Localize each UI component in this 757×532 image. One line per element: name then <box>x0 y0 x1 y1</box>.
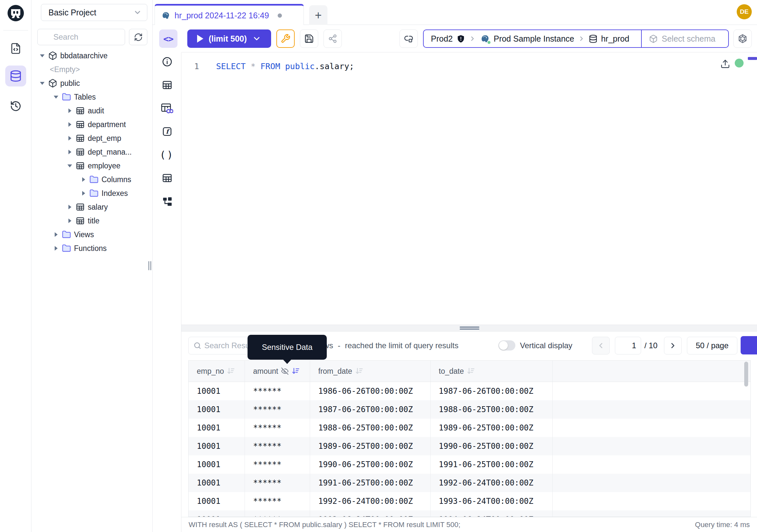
table-scrollbar[interactable] <box>744 362 748 387</box>
tree-item-salary[interactable]: salary <box>31 200 153 214</box>
caret-right-icon[interactable] <box>53 245 59 251</box>
export-button[interactable] <box>741 336 757 355</box>
table-row[interactable]: 10001 ****** 1990-06-25T00:00:00Z 1991-0… <box>189 455 750 474</box>
table-row[interactable]: 10001 ****** 1989-06-25T00:00:00Z 1990-0… <box>189 437 750 455</box>
tree-item-tables[interactable]: Tables <box>31 90 153 104</box>
vertical-display-toggle[interactable] <box>498 340 515 351</box>
editor-side-strip: () <box>153 52 181 532</box>
caret-right-icon[interactable] <box>67 149 73 155</box>
panel-resize-handle[interactable] <box>148 261 152 270</box>
functions-panel-button[interactable] <box>153 122 181 141</box>
external-tables-panel-button[interactable] <box>153 169 181 187</box>
bytebase-logo-icon[interactable] <box>7 5 24 22</box>
column-header-amount[interactable]: amount <box>245 361 310 382</box>
page-size-select[interactable]: 50 / page <box>687 337 737 355</box>
explorer-search-input[interactable] <box>37 29 125 45</box>
instance-status-dot <box>487 40 491 45</box>
divider-grip-icon[interactable] <box>460 327 479 329</box>
caret-right-icon[interactable] <box>80 176 86 182</box>
tree-item-label: Columns <box>102 175 131 184</box>
tree-item-public[interactable]: public <box>31 76 153 90</box>
panel-divider[interactable] <box>181 325 757 331</box>
tooltip-text: Sensitive Data <box>262 343 313 352</box>
connection-breadcrumb[interactable]: Prod2 Prod Sample Instance hr_prod Selec… <box>423 29 729 48</box>
tree-item-bbdataarchive[interactable]: bbdataarchive <box>31 49 153 63</box>
sort-icon-active[interactable] <box>291 367 300 375</box>
info-panel-button[interactable] <box>153 52 181 71</box>
caret-right-icon[interactable] <box>53 232 59 237</box>
openai-icon <box>737 33 748 44</box>
column-header-emp-no[interactable]: emp_no <box>189 361 245 382</box>
caret-right-icon[interactable] <box>67 121 73 127</box>
sql-editor[interactable]: 1 SELECT * FROM public.salary; <box>181 52 757 325</box>
status-bar: WITH result AS ( SELECT * FROM public.sa… <box>181 517 757 532</box>
ai-assistant-button[interactable] <box>733 29 752 48</box>
caret-down-icon[interactable] <box>39 80 45 86</box>
format-sql-button[interactable] <box>276 29 295 48</box>
prev-page-button[interactable] <box>592 337 610 355</box>
caret-right-icon[interactable] <box>67 218 73 224</box>
schema-diagram-button[interactable] <box>153 192 181 210</box>
tree-item-dept-manager[interactable]: dept_mana... <box>31 145 153 159</box>
tree-item-empty: <Empty> <box>31 63 153 76</box>
table-row[interactable]: 10001 ****** 1992-06-24T00:00:00Z 1993-0… <box>189 492 750 510</box>
table-row[interactable]: 10001 ****** 1991-06-25T00:00:00Z 1992-0… <box>189 474 750 492</box>
share-button[interactable] <box>323 29 342 48</box>
table-row[interactable]: 10001 ****** 1993-06-24T00:00:00Z 1994-0… <box>189 510 750 517</box>
upload-icon[interactable] <box>720 59 730 69</box>
rail-databases-button[interactable] <box>5 66 26 86</box>
project-select[interactable]: Basic Project <box>41 4 147 21</box>
editor-scrollbar[interactable] <box>748 57 757 60</box>
caret-right-icon[interactable] <box>67 135 73 141</box>
connection-path[interactable]: Prod2 Prod Sample Instance hr_prod <box>424 30 641 47</box>
next-page-button[interactable] <box>664 337 682 355</box>
tree-item-audit[interactable]: audit <box>31 104 153 118</box>
refresh-button[interactable] <box>129 29 147 45</box>
tree-item-label: Views <box>74 230 94 239</box>
caret-right-icon[interactable] <box>80 190 86 196</box>
tables-panel-button[interactable] <box>153 76 181 94</box>
save-sheet-button[interactable] <box>300 29 318 48</box>
caret-down-icon[interactable] <box>67 163 73 169</box>
tree-item-department[interactable]: department <box>31 118 153 131</box>
tree-item-title[interactable]: title <box>31 214 153 228</box>
sql-editor-mode-button[interactable]: <> <box>159 29 177 48</box>
sensitive-data-panel-button[interactable] <box>153 99 181 117</box>
table-row[interactable]: 10001 ****** 1987-06-26T00:00:00Z 1988-0… <box>189 400 750 419</box>
tree-item-indexes[interactable]: Indexes <box>31 186 153 200</box>
sql-code-line: SELECT * FROM public.salary; <box>216 62 354 71</box>
connection-status-dot <box>735 59 743 68</box>
user-avatar[interactable]: DE <box>737 4 752 19</box>
connection-button[interactable] <box>400 29 418 48</box>
sort-icon[interactable] <box>355 367 363 375</box>
schema-placeholder: Select schema <box>662 34 715 44</box>
database-icon <box>10 70 22 82</box>
sort-icon[interactable] <box>467 367 475 375</box>
procedures-panel-button[interactable]: () <box>153 145 181 164</box>
caret-down-icon[interactable] <box>53 94 59 100</box>
caret-right-icon[interactable] <box>67 108 73 114</box>
tree-item-columns[interactable]: Columns <box>31 172 153 186</box>
caret-down-icon[interactable] <box>39 53 45 59</box>
tree-item-employee[interactable]: employee <box>31 159 153 172</box>
table-row[interactable]: 10001 ****** 1986-06-26T00:00:00Z 1987-0… <box>189 382 750 400</box>
caret-right-icon[interactable] <box>67 204 73 210</box>
page-number-input[interactable] <box>615 337 641 355</box>
column-header-to-date[interactable]: to_date <box>431 361 553 382</box>
run-query-button[interactable]: (limit 500) <box>187 29 271 48</box>
eye-off-icon[interactable] <box>281 367 289 375</box>
tree-item-dept-emp[interactable]: dept_emp <box>31 131 153 145</box>
tree-item-functions[interactable]: Functions <box>31 241 153 255</box>
chevron-down-icon[interactable] <box>252 34 261 43</box>
new-tab-button[interactable]: + <box>309 5 327 25</box>
schema-select[interactable]: Select schema <box>642 30 728 47</box>
table-row[interactable]: 10001 ****** 1988-06-25T00:00:00Z 1989-0… <box>189 419 750 437</box>
column-header-from-date[interactable]: from_date <box>310 361 431 382</box>
rail-history-button[interactable] <box>5 96 26 117</box>
tree-item-label: public <box>60 79 80 88</box>
rail-worksheets-button[interactable] <box>5 38 26 59</box>
tree-item-views[interactable]: Views <box>31 228 153 241</box>
sort-icon[interactable] <box>227 367 235 375</box>
tree-item-label: Tables <box>74 93 96 102</box>
tab-hr-prod[interactable]: hr_prod 2024-11-22 16:49 <box>155 4 304 25</box>
